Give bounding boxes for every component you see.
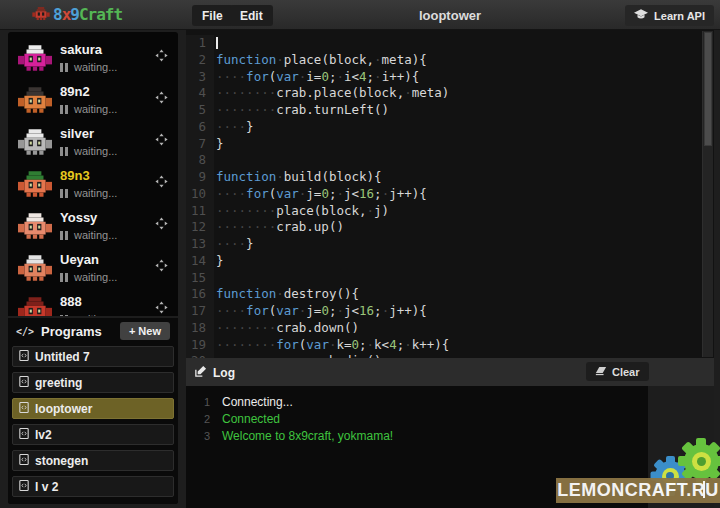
code-line[interactable]: 1	[186, 35, 714, 52]
line-number: 9	[186, 169, 214, 186]
move-icon[interactable]	[155, 174, 168, 187]
line-content: ····}	[214, 236, 254, 253]
program-item-l-v-2[interactable]: l v 2	[12, 476, 174, 497]
crab-logo-icon	[32, 5, 50, 24]
move-icon[interactable]	[155, 132, 168, 145]
program-item-stonegen[interactable]: stonegen	[12, 450, 174, 471]
player-avatar-icon	[18, 129, 52, 155]
code-line[interactable]: 7}	[186, 136, 714, 153]
program-file-icon	[19, 401, 29, 417]
watermark-banner: LEMONCRAFT.RU	[556, 478, 720, 503]
log-entry: 2Connected	[186, 411, 648, 428]
program-item-lv2[interactable]: lv2	[12, 424, 174, 445]
sidebar: sakurawaiting... 89n2waiting... silverwa…	[8, 32, 178, 504]
player-avatar-icon	[18, 297, 52, 316]
line-content: ········place(block,·j)	[214, 203, 389, 220]
log-message: Welcome to 8x9craft, yokmama!	[222, 428, 393, 445]
code-line[interactable]: 19········for(var·k=0;·k<4;·k++){	[186, 337, 714, 354]
code-line[interactable]: 2function·place(block,·meta){	[186, 52, 714, 69]
player-avatar-icon	[18, 87, 52, 113]
program-item-label: looptower	[35, 402, 92, 416]
player-row[interactable]: 888waiting...	[8, 289, 178, 316]
text-cursor	[216, 37, 218, 49]
code-line[interactable]: 5········crab.turnLeft()	[186, 102, 714, 119]
line-content	[214, 35, 218, 52]
player-status-text: waiting...	[74, 271, 117, 283]
move-icon[interactable]	[155, 300, 168, 313]
code-editor[interactable]: 12function·place(block,·meta){3····for(v…	[186, 30, 714, 358]
line-number: 8	[186, 152, 214, 169]
move-icon[interactable]	[155, 216, 168, 229]
line-number: 14	[186, 253, 214, 270]
line-content	[214, 152, 216, 169]
player-status-text: waiting...	[74, 187, 117, 199]
program-item-label: stonegen	[35, 454, 88, 468]
player-row[interactable]: 89n3waiting...	[8, 163, 178, 205]
log-entry: 1Connecting...	[186, 394, 648, 411]
program-item-label: l v 2	[35, 480, 58, 494]
program-item-greeting[interactable]: greeting	[12, 372, 174, 393]
code-line[interactable]: 9function·build(block){	[186, 169, 714, 186]
watermark-caret	[703, 481, 705, 498]
player-avatar-icon	[18, 255, 52, 281]
line-number: 2	[186, 52, 214, 69]
code-line[interactable]: 14}	[186, 253, 714, 270]
move-icon[interactable]	[155, 90, 168, 103]
pencil-icon	[194, 365, 207, 381]
program-item-looptower[interactable]: looptower	[12, 398, 174, 419]
line-content: function·place(block,·meta){	[214, 52, 427, 69]
player-status-text: waiting...	[74, 145, 117, 157]
app-window: 8x9Craft File Edit looptower Learn API s…	[0, 0, 720, 508]
code-line[interactable]: 15	[186, 270, 714, 287]
player-avatar-icon	[18, 171, 52, 197]
program-file-icon	[19, 375, 29, 391]
logo-text: 8x9Craft	[53, 5, 122, 24]
code-line[interactable]: 13····}	[186, 236, 714, 253]
move-icon[interactable]	[155, 258, 168, 271]
code-line[interactable]: 17····for(var·j=0;·j<16;·j++){	[186, 303, 714, 320]
code-line[interactable]: 8	[186, 152, 714, 169]
new-program-button[interactable]: + New	[120, 322, 170, 340]
program-file-icon	[19, 349, 29, 365]
line-number: 19	[186, 337, 214, 354]
clear-log-button[interactable]: Clear	[586, 362, 649, 381]
line-content	[214, 270, 216, 287]
code-line[interactable]: 12········crab.up()	[186, 219, 714, 236]
pause-icon	[60, 273, 63, 282]
line-content: }	[214, 253, 224, 270]
line-content: ········for(var·k=0;·k<4;·k++){	[214, 337, 449, 354]
line-number: 18	[186, 320, 214, 337]
top-bar: 8x9Craft File Edit looptower Learn API	[0, 0, 720, 30]
program-item-untitled-7[interactable]: Untitled 7	[12, 346, 174, 367]
players-list: sakurawaiting... 89n2waiting... silverwa…	[8, 32, 178, 316]
eraser-icon	[595, 365, 607, 378]
player-row[interactable]: sakurawaiting...	[8, 37, 178, 79]
player-row[interactable]: Yossywaiting...	[8, 205, 178, 247]
code-line[interactable]: 10····for(var·j=0;·j<16;·j++){	[186, 186, 714, 203]
player-name: 888	[60, 294, 82, 309]
learn-api-button[interactable]: Learn API	[625, 5, 714, 26]
player-row[interactable]: 89n2waiting...	[8, 79, 178, 121]
code-line[interactable]: 11········place(block,·j)	[186, 203, 714, 220]
code-line[interactable]: 16function·destroy(){	[186, 286, 714, 303]
scrollbar-thumb[interactable]	[704, 32, 712, 146]
line-content: ········crab.up()	[214, 219, 344, 236]
editor-scrollbar[interactable]	[702, 31, 713, 357]
code-line[interactable]: 4········crab.place(block,·meta)	[186, 85, 714, 102]
line-content: ········crab.turnLeft()	[214, 102, 389, 119]
line-number: 7	[186, 136, 214, 153]
code-line[interactable]: 3····for(var·i=0;·i<4;·i++){	[186, 69, 714, 86]
move-icon[interactable]	[155, 48, 168, 61]
line-number: 13	[186, 236, 214, 253]
player-row[interactable]: silverwaiting...	[8, 121, 178, 163]
programs-header: </> Programs + New	[8, 318, 178, 344]
code-line[interactable]: 6····}	[186, 119, 714, 136]
menu-file-button[interactable]: File	[192, 5, 233, 26]
line-number: 10	[186, 186, 214, 203]
line-content: function·build(block){	[214, 169, 382, 186]
code-line[interactable]: 18········crab.down()	[186, 320, 714, 337]
player-row[interactable]: Ueyanwaiting...	[8, 247, 178, 289]
player-name: silver	[60, 126, 94, 141]
line-content: ····for(var·i=0;·i<4;·i++){	[214, 69, 419, 86]
code-area[interactable]: 12function·place(block,·meta){3····for(v…	[186, 30, 714, 358]
